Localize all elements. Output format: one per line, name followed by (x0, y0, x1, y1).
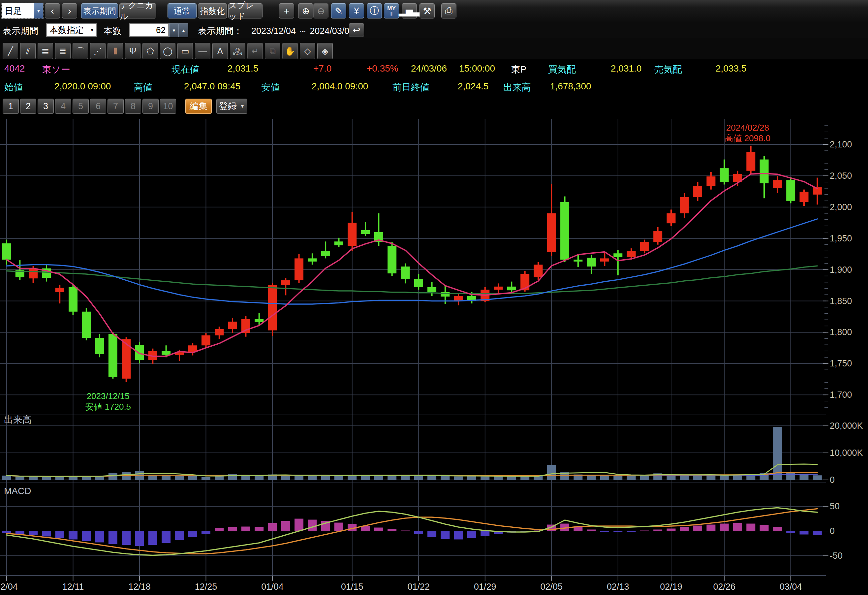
next-button[interactable]: › (62, 3, 77, 18)
svg-text:12/04: 12/04 (0, 582, 18, 592)
technical-button[interactable]: テクニカル (120, 3, 156, 18)
count-spin-down[interactable]: ▼ (169, 24, 179, 37)
svg-text:0: 0 (830, 475, 835, 485)
count-mode-select[interactable]: 本数指定 ▼ (46, 24, 97, 37)
chevron-down-icon: ▼ (240, 103, 245, 109)
gann-fan-tool-icon[interactable]: Ψ (125, 43, 140, 59)
display-period-button[interactable]: 表示期間 (81, 3, 118, 18)
chevron-down-icon: ▼ (90, 27, 94, 32)
prev-close-value: 2,024.5 (458, 81, 489, 92)
vertical-lines-tool-icon[interactable]: ⫴ (108, 43, 123, 59)
copy-object-tool-icon: ⧉ (265, 43, 280, 59)
ma5-line (7, 173, 817, 356)
low-value: 2,004.0 09:00 (311, 81, 368, 92)
svg-text:0: 0 (830, 526, 835, 536)
chart-tab-7[interactable]: 7 (108, 99, 124, 114)
svg-text:1,900: 1,900 (830, 265, 852, 275)
yen-icon[interactable]: ¥ (349, 3, 364, 18)
open-label: 始値 (4, 81, 23, 94)
mountain-chart-icon[interactable]: ▂▅▃ (402, 3, 417, 18)
svg-text:2023/12/15: 2023/12/15 (87, 391, 130, 401)
chart-tab-10[interactable]: 10 (160, 99, 176, 114)
svg-text:03/04: 03/04 (779, 582, 802, 592)
printer-icon[interactable]: ⎙ (441, 3, 456, 18)
indexed-button[interactable]: 指数化 (198, 3, 227, 18)
chart-tab-2[interactable]: 2 (20, 99, 36, 114)
text-tool-icon[interactable]: A (213, 43, 228, 59)
fibonacci-lines-tool-icon[interactable]: 〓 (38, 43, 53, 59)
count-mode-value: 本数指定 (49, 24, 84, 36)
low-annotation: 2023/12/15安値 1720.5 (85, 391, 131, 412)
horizontal-lines-tool-icon[interactable]: ≣ (55, 43, 71, 59)
volume-axis-labels: 20,000K10,000K0 (823, 421, 863, 485)
prev-close-label: 前日終値 (393, 81, 430, 94)
macd-histogram (2, 519, 822, 546)
svg-text:2,100: 2,100 (830, 140, 852, 149)
eraser-all-tool-icon[interactable]: ◈ (317, 43, 333, 59)
normal-button[interactable]: 通常 (168, 3, 196, 18)
chart-tab-8[interactable]: 8 (125, 99, 141, 114)
svg-text:20,000K: 20,000K (830, 421, 863, 431)
register-button[interactable]: 登録 ▼ (216, 99, 247, 114)
quote-time: 15:00:00 (459, 63, 495, 74)
candlestick-series (2, 146, 822, 382)
zoom-in-icon[interactable]: ⊕ (298, 3, 313, 18)
chart-area[interactable]: 1,7001,7501,8001,8501,9001,9502,0002,050… (0, 119, 868, 595)
parallel-line-tool-icon[interactable]: ⫽ (20, 43, 35, 59)
hand-tool-icon: ✋ (282, 43, 298, 59)
ask-value: 2,033.5 (716, 63, 746, 74)
high-value: 2,047.0 09:45 (184, 81, 241, 92)
chart-tab-9[interactable]: 9 (142, 99, 159, 114)
svg-text:2,000: 2,000 (830, 202, 852, 212)
ma25-line (7, 219, 817, 304)
svg-text:-50: -50 (830, 551, 843, 561)
ellipse-tool-icon[interactable]: ◯ (160, 43, 176, 59)
chart-canvas[interactable]: 1,7001,7501,8001,8501,9001,9502,0002,050… (0, 119, 868, 595)
horizontal-line-tool-icon[interactable]: ― (195, 43, 210, 59)
pane-titles: 出来高MACD (4, 415, 32, 496)
macd-pane-title: MACD (4, 486, 31, 496)
svg-text:01/15: 01/15 (341, 582, 363, 592)
pencil-icon[interactable]: ✎ (331, 3, 346, 18)
icon-stamp-tool-icon[interactable]: ☺ICON (230, 43, 245, 59)
reload-icon[interactable]: ↩ (349, 23, 364, 37)
arc-tool-icon[interactable]: ⌒ (72, 43, 88, 59)
stock-name: 東ソー (42, 63, 70, 76)
trading-app-window: { "colors": { "accent_blue": "#41608e", … (0, 0, 868, 595)
quote-row-2: 始値 2,020.0 09:00 高値 2,047.0 09:45 安値 2,0… (0, 81, 868, 96)
pentagon-tool-icon[interactable]: ⬠ (142, 43, 158, 59)
count-label: 本数 (103, 25, 121, 37)
chart-tab-3[interactable]: 3 (38, 99, 54, 114)
volume-value: 1,678,300 (550, 81, 591, 92)
period-toolbar: 表示期間 本数指定 ▼ 本数 62 ▼ ▲ 表示期間： 2023/12/04 ～… (0, 22, 868, 38)
market-badge: 東P (511, 63, 527, 76)
edit-button[interactable]: 編集 (185, 99, 212, 114)
my-chart-icon[interactable]: MY⫴ (384, 3, 399, 18)
range-label: 表示期間： (198, 25, 242, 37)
wrench-icon[interactable]: ⚒ (419, 3, 435, 18)
count-input[interactable]: 62 (129, 24, 169, 37)
svg-text:1,700: 1,700 (830, 390, 852, 400)
crosshair-icon[interactable]: ＋ (279, 3, 294, 18)
spread-button[interactable]: スプレッド (228, 3, 263, 18)
zoom-out-icon[interactable]: ⊖ (313, 3, 328, 18)
trendline-tool-icon[interactable]: ╱ (3, 43, 18, 59)
volume-bars (2, 427, 822, 480)
chart-tab-1[interactable]: 1 (3, 99, 19, 114)
bid-label: 買気配 (548, 63, 576, 76)
chevron-down-icon[interactable]: ▼ (34, 3, 43, 18)
main-toolbar: 日足 ▼ ‹ › 表示期間 テクニカル 通常 指数化 スプレッド ＋⊕⊖✎¥ⓘM… (0, 0, 868, 22)
rectangle-tool-icon[interactable]: ▭ (177, 43, 193, 59)
chart-tab-4[interactable]: 4 (55, 99, 71, 114)
fan-line-tool-icon[interactable]: ⋰ (90, 43, 106, 59)
eraser-tool-icon[interactable]: ◇ (300, 43, 315, 59)
info-icon[interactable]: ⓘ (367, 3, 382, 18)
undo-draw-tool-icon: ↵ (247, 43, 263, 59)
chart-tab-5[interactable]: 5 (72, 99, 89, 114)
period-label: 表示期間 (3, 25, 38, 37)
svg-text:01/04: 01/04 (261, 582, 283, 592)
prev-button[interactable]: ‹ (45, 3, 60, 18)
interval-select[interactable]: 日足 ▼ (2, 3, 43, 18)
count-spin-up[interactable]: ▲ (179, 24, 188, 37)
chart-tab-6[interactable]: 6 (90, 99, 106, 114)
